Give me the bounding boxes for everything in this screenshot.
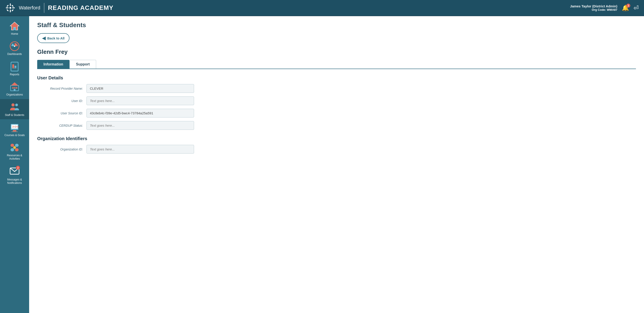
- svg-point-12: [14, 46, 15, 47]
- sidebar-item-resources-activities-label: Resources & Activities: [2, 154, 27, 160]
- svg-rect-1: [10, 3, 11, 6]
- waterford-label: Waterford: [19, 5, 40, 11]
- svg-marker-21: [11, 82, 18, 85]
- org-id-row: Organization ID:: [37, 145, 636, 154]
- sidebar: Home Dashboards Reports: [0, 16, 29, 313]
- sidebar-item-messages-notifications[interactable]: 2 Messages & Notifications: [0, 163, 29, 187]
- sidebar-item-resources-activities[interactable]: Resources & Activities: [0, 139, 29, 163]
- sidebar-item-dashboards-label: Dashboards: [8, 53, 22, 56]
- svg-rect-20: [16, 87, 17, 89]
- svg-point-24: [15, 104, 18, 106]
- svg-rect-14: [12, 64, 14, 68]
- app-header: Waterford READING ACADEMY James Taylor (…: [0, 0, 644, 16]
- dashboards-icon: [9, 41, 20, 52]
- sidebar-item-courses-goals[interactable]: 2+2=4 Courses & Goals: [0, 119, 29, 139]
- record-provider-input[interactable]: [86, 84, 194, 93]
- user-info: James Taylor (District Admin) Org Code: …: [570, 4, 617, 12]
- cerdup-status-label: CERDUP Status:: [37, 124, 86, 127]
- svg-rect-7: [6, 9, 9, 12]
- svg-point-34: [13, 146, 16, 149]
- svg-point-0: [10, 7, 11, 9]
- org-id-label: Organization ID:: [37, 148, 86, 151]
- resources-icon: [9, 142, 20, 153]
- sidebar-item-messages-label: Messages & Notifications: [2, 178, 27, 185]
- org-code-label: Org Code:: [592, 8, 606, 12]
- sidebar-item-organizations[interactable]: Organizations: [0, 79, 29, 99]
- page-title: Staff & Students: [37, 22, 636, 29]
- reports-icon: [9, 61, 20, 72]
- svg-point-31: [15, 144, 18, 147]
- staff-students-icon: [9, 102, 20, 113]
- back-arrow-icon: ◀: [42, 36, 46, 41]
- svg-point-23: [12, 103, 14, 107]
- org-code: Org Code: WMA87: [570, 8, 617, 12]
- logout-button[interactable]: ⏎: [634, 4, 638, 12]
- sidebar-item-courses-goals-label: Courses & Goals: [4, 134, 25, 137]
- notifications-bell-button[interactable]: 🔔 2: [622, 5, 629, 12]
- courses-goals-icon: 2+2=4: [9, 122, 20, 133]
- home-icon: [9, 21, 20, 31]
- tab-information[interactable]: Information: [37, 60, 70, 69]
- cerdup-status-row: CERDUP Status:: [37, 121, 636, 130]
- back-button-label: Back to All: [47, 36, 64, 40]
- record-provider-label: Record Provider Name:: [37, 87, 86, 90]
- sidebar-item-staff-students-label: Staff & Students: [5, 113, 24, 117]
- svg-rect-28: [13, 130, 16, 131]
- org-id-input[interactable]: [86, 145, 194, 154]
- user-name: James Taylor (District Admin): [570, 4, 617, 8]
- header-divider: [44, 3, 44, 13]
- sidebar-item-reports[interactable]: Reports: [0, 59, 29, 79]
- app-title: READING ACADEMY: [48, 4, 114, 12]
- svg-rect-8: [12, 9, 14, 12]
- svg-point-32: [10, 148, 14, 151]
- header-user-area: James Taylor (District Admin) Org Code: …: [570, 4, 638, 12]
- user-source-id-label: User Source ID:: [37, 111, 86, 115]
- sidebar-item-reports-label: Reports: [10, 73, 19, 76]
- sidebar-item-organizations-label: Organizations: [6, 93, 23, 96]
- tabs-container: Information Support: [37, 60, 636, 69]
- organizations-icon: [9, 81, 20, 92]
- svg-rect-2: [10, 10, 11, 12]
- user-source-id-input[interactable]: [86, 109, 194, 118]
- svg-point-30: [10, 144, 14, 147]
- logout-icon: ⏎: [634, 5, 638, 12]
- main-layout: Home Dashboards Reports: [0, 16, 644, 313]
- user-id-row: User ID:: [37, 96, 636, 105]
- notification-badge: 2: [626, 4, 630, 8]
- user-details-title: User Details: [37, 75, 636, 81]
- record-provider-row: Record Provider Name:: [37, 84, 636, 93]
- svg-point-33: [15, 148, 18, 151]
- sidebar-item-home-label: Home: [11, 32, 18, 36]
- waterford-logo-icon: [6, 3, 15, 13]
- svg-rect-15: [14, 66, 16, 68]
- org-code-value: WMA87: [607, 8, 617, 12]
- svg-rect-5: [6, 5, 9, 7]
- messages-badge: 2: [16, 166, 20, 170]
- svg-rect-22: [14, 89, 16, 91]
- svg-rect-29: [12, 131, 18, 132]
- svg-text:2+2=4: 2+2=4: [12, 126, 19, 128]
- student-name: Glenn Frey: [37, 49, 636, 55]
- svg-rect-4: [12, 8, 15, 8]
- svg-rect-3: [6, 8, 8, 8]
- svg-rect-19: [14, 87, 16, 89]
- svg-rect-18: [12, 87, 14, 89]
- header-logo-area: Waterford READING ACADEMY: [6, 3, 114, 13]
- user-details-section: User Details Record Provider Name: User …: [37, 75, 636, 130]
- user-source-id-row: User Source ID:: [37, 109, 636, 118]
- back-to-all-button[interactable]: ◀ Back to All: [37, 33, 70, 43]
- org-identifiers-section: Organization Identifiers Organization ID…: [37, 136, 636, 154]
- tab-support[interactable]: Support: [70, 60, 96, 69]
- sidebar-item-dashboards[interactable]: Dashboards: [0, 38, 29, 58]
- svg-rect-10: [13, 27, 16, 30]
- user-id-input[interactable]: [86, 96, 194, 105]
- svg-rect-6: [12, 5, 14, 7]
- cerdup-status-input[interactable]: [86, 121, 194, 130]
- org-identifiers-title: Organization Identifiers: [37, 136, 636, 141]
- main-content: Staff & Students ◀ Back to All Glenn Fre…: [29, 16, 644, 313]
- user-id-label: User ID:: [37, 99, 86, 103]
- sidebar-item-home[interactable]: Home: [0, 18, 29, 38]
- sidebar-item-staff-students[interactable]: Staff & Students: [0, 99, 29, 119]
